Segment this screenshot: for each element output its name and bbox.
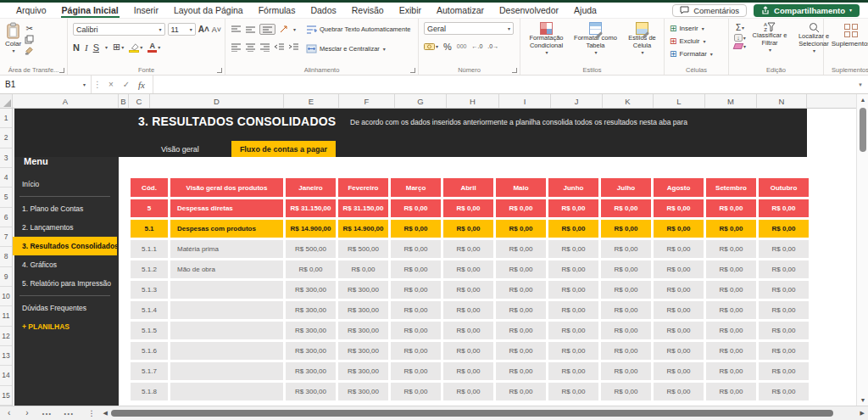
orientation-icon[interactable] bbox=[279, 25, 289, 34]
table-value-cell[interactable]: R$ 0,00 bbox=[706, 240, 756, 258]
table-value-cell[interactable]: R$ 0,00 bbox=[496, 260, 546, 278]
table-value-cell[interactable]: R$ 0,00 bbox=[759, 362, 809, 380]
table-value-cell[interactable]: R$ 0,00 bbox=[601, 260, 651, 278]
sidebar-item-1-plano-de-contas[interactable]: 1. Plano de Contas bbox=[13, 199, 117, 218]
row-header-15[interactable]: 15 bbox=[0, 386, 12, 406]
sidebar-item-d-vidas-frequentes[interactable]: Dúvidas Frequentes bbox=[13, 299, 117, 317]
table-label-cell[interactable]: Despesas com produtos bbox=[170, 220, 283, 238]
align-center-icon[interactable] bbox=[245, 42, 256, 52]
table-value-cell[interactable]: R$ 0,00 bbox=[496, 301, 546, 319]
orientation-chevron[interactable]: ▾ bbox=[293, 26, 296, 32]
column-header-L[interactable]: L bbox=[654, 94, 705, 108]
column-header-H[interactable]: H bbox=[447, 94, 499, 108]
row-header-5[interactable]: 5 bbox=[0, 188, 12, 207]
table-code-cell[interactable]: 5 bbox=[131, 199, 168, 217]
table-value-cell[interactable]: R$ 0,00 bbox=[654, 383, 704, 400]
table-value-cell[interactable]: R$ 0,00 bbox=[443, 240, 493, 258]
table-value-cell[interactable]: R$ 0,00 bbox=[496, 362, 546, 380]
vertical-scrollbar[interactable]: ▲ ▼ bbox=[856, 94, 868, 406]
table-code-cell[interactable]: 5.1.3 bbox=[131, 281, 168, 299]
column-header-B[interactable]: B bbox=[119, 94, 129, 108]
formula-input[interactable] bbox=[153, 76, 853, 93]
insert-cells-button[interactable]: ⊞ Inserir▾ bbox=[670, 22, 725, 35]
menu-tab-p-gina-inicial[interactable]: Página Inicial bbox=[54, 3, 126, 18]
cut-icon[interactable]: ✂ bbox=[25, 24, 34, 33]
select-all-corner[interactable] bbox=[0, 94, 13, 108]
tab-visao-geral[interactable]: Visão geral bbox=[153, 141, 208, 157]
fill-icon[interactable]: ↓▾ bbox=[734, 34, 746, 42]
table-code-cell[interactable]: 5.1.6 bbox=[131, 342, 168, 360]
table-value-cell[interactable]: R$ 0,00 bbox=[601, 301, 651, 319]
menu-tab-exibir[interactable]: Exibir bbox=[392, 3, 429, 18]
font-family-select[interactable]: Calibri▾ bbox=[73, 23, 165, 36]
tab-fluxo-contas-pagar[interactable]: Fluxo de contas a pagar bbox=[231, 141, 336, 157]
table-label-cell[interactable] bbox=[170, 281, 283, 299]
align-left-icon[interactable] bbox=[231, 42, 242, 52]
table-value-cell[interactable]: R$ 0,00 bbox=[706, 281, 756, 299]
table-value-cell[interactable]: R$ 0,00 bbox=[548, 362, 598, 380]
table-value-cell[interactable]: R$ 0,00 bbox=[548, 383, 598, 400]
alignment-dialog-launcher[interactable] bbox=[410, 68, 415, 73]
table-label-cell[interactable] bbox=[170, 383, 283, 400]
scroll-left-icon[interactable]: ◀ bbox=[103, 410, 107, 417]
row-header-11[interactable]: 11 bbox=[0, 306, 12, 326]
scroll-right-icon[interactable]: ▶ bbox=[860, 410, 865, 417]
table-value-cell[interactable]: R$ 0,00 bbox=[496, 383, 546, 400]
table-value-cell[interactable]: R$ 0,00 bbox=[759, 281, 809, 299]
table-value-cell[interactable]: R$ 300,00 bbox=[338, 301, 388, 319]
accounting-format-icon[interactable]: ▾ bbox=[424, 42, 438, 51]
table-value-cell[interactable]: R$ 0,00 bbox=[391, 220, 441, 238]
table-label-cell[interactable]: Matéria prima bbox=[170, 240, 283, 258]
column-header-N[interactable]: N bbox=[757, 94, 807, 108]
copy-icon[interactable] bbox=[25, 35, 34, 44]
table-value-cell[interactable]: R$ 0,00 bbox=[548, 281, 598, 299]
table-value-cell[interactable]: R$ 14.900,00 bbox=[338, 220, 388, 238]
decrease-indent-icon[interactable] bbox=[274, 42, 285, 52]
table-value-cell[interactable]: R$ 0,00 bbox=[443, 220, 493, 238]
sidebar-item-3-resultados-consolidados[interactable]: 3. Resultados Consolidados bbox=[13, 237, 117, 255]
table-value-cell[interactable]: R$ 0,00 bbox=[548, 322, 598, 339]
table-value-cell[interactable]: R$ 0,00 bbox=[548, 220, 598, 238]
sheet-tab-ellipsis-2[interactable]: ••• bbox=[58, 411, 81, 417]
addins-button[interactable]: Suplementos bbox=[832, 22, 868, 48]
column-header-G[interactable]: G bbox=[395, 94, 447, 108]
table-value-cell[interactable]: R$ 0,00 bbox=[759, 342, 809, 360]
table-value-cell[interactable]: R$ 0,00 bbox=[759, 383, 809, 400]
table-value-cell[interactable]: R$ 0,00 bbox=[706, 322, 756, 339]
table-value-cell[interactable]: R$ 0,00 bbox=[759, 260, 809, 278]
table-code-cell[interactable]: 5.1.8 bbox=[131, 383, 168, 400]
comments-button[interactable]: Comentários bbox=[672, 4, 747, 17]
table-value-cell[interactable]: R$ 0,00 bbox=[759, 199, 809, 217]
table-value-cell[interactable]: R$ 0,00 bbox=[391, 301, 441, 319]
format-as-table-button[interactable]: Formatar como Tabela ▾ bbox=[574, 22, 618, 64]
table-value-cell[interactable]: R$ 300,00 bbox=[286, 322, 336, 339]
table-value-cell[interactable]: R$ 300,00 bbox=[338, 281, 388, 299]
row-header-4[interactable]: 4 bbox=[0, 168, 12, 188]
column-header-M[interactable]: M bbox=[705, 94, 757, 108]
table-code-cell[interactable]: 5.1 bbox=[131, 220, 168, 238]
table-value-cell[interactable]: R$ 0,00 bbox=[601, 322, 651, 339]
scroll-up-icon[interactable]: ▲ bbox=[857, 97, 868, 103]
autosum-icon[interactable]: Σ▾ bbox=[734, 23, 746, 32]
delete-cells-button[interactable]: ⊞ Excluir▾ bbox=[670, 35, 725, 48]
table-value-cell[interactable]: R$ 0,00 bbox=[706, 362, 756, 380]
align-bottom-button[interactable] bbox=[259, 24, 275, 35]
font-dialog-launcher[interactable] bbox=[217, 68, 222, 73]
grow-font-icon[interactable]: A˄ bbox=[198, 25, 209, 34]
row-header-6[interactable]: 6 bbox=[0, 208, 12, 227]
sort-filter-button[interactable]: AZ Classificar e Filtrar ▾ bbox=[749, 22, 790, 64]
table-value-cell[interactable]: R$ 0,00 bbox=[548, 240, 598, 258]
table-code-cell[interactable]: 5.1.7 bbox=[131, 362, 168, 380]
row-header-8[interactable]: 8 bbox=[0, 247, 12, 266]
table-value-cell[interactable]: R$ 0,00 bbox=[706, 383, 756, 400]
increase-indent-icon[interactable] bbox=[288, 42, 299, 52]
percent-icon[interactable]: % bbox=[443, 42, 452, 52]
table-value-cell[interactable]: R$ 0,00 bbox=[496, 199, 546, 217]
clipboard-dialog-launcher[interactable] bbox=[59, 68, 64, 73]
increase-decimal-icon[interactable]: ←.0 bbox=[471, 43, 482, 49]
table-label-cell[interactable]: Mão de obra bbox=[170, 260, 283, 278]
sidebar-item-5-relat-rio-para-impress-o[interactable]: 5. Relatório para Impressão bbox=[13, 274, 117, 293]
table-value-cell[interactable]: R$ 0,00 bbox=[548, 301, 598, 319]
row-header-3[interactable]: 3 bbox=[0, 148, 12, 168]
table-value-cell[interactable]: R$ 0,00 bbox=[496, 342, 546, 360]
